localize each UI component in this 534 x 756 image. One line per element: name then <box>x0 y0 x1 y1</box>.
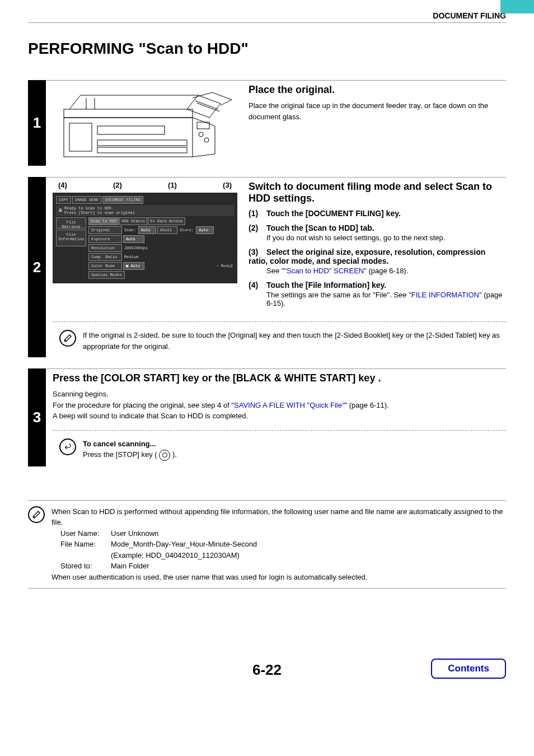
screen-status: 🖶 Ready to scan to HDD.Press [Start] to … <box>56 205 234 216</box>
contents-button[interactable]: Contents <box>431 659 506 679</box>
dashed-separator <box>53 430 506 431</box>
step-1: 1 <box>28 80 506 166</box>
accent-bar <box>500 0 534 13</box>
resolution-value: 200X200dpi <box>123 246 149 250</box>
exposure-button[interactable]: Exposure <box>88 235 122 243</box>
step-2: 2 (4) (2) (1) (3) COPY IMAGE SEND DOCUME… <box>28 177 506 357</box>
machine-illustration <box>53 84 237 162</box>
callout-markers: (4) (2) (1) (3) <box>53 181 237 193</box>
storedto-value: Main Folder <box>111 561 149 572</box>
step-3: 3 Press the [COLOR START] key or the [BL… <box>28 368 506 466</box>
page-title: PERFORMING "Scan to HDD" <box>28 40 506 58</box>
file-information-button[interactable]: File Information <box>56 230 86 246</box>
scan-to-hdd-screen-link[interactable]: "Scan to HDD" SCREEN <box>284 267 364 275</box>
svg-rect-4 <box>69 123 92 151</box>
dashed-separator <box>53 321 506 322</box>
cancel-body: Press the [STOP] key ( ). <box>83 449 177 461</box>
svg-rect-1 <box>64 109 193 118</box>
marker-1: (1) <box>168 181 177 189</box>
scan-auto[interactable]: Auto <box>138 226 156 234</box>
marker-3: (3) <box>223 181 232 189</box>
marker-2: (2) <box>113 181 122 189</box>
step3-line2: For the procedure for placing the origin… <box>53 400 506 411</box>
svg-point-9 <box>204 138 209 142</box>
username-value: User Unknown <box>111 528 158 539</box>
subtab-file-retrieve[interactable]: File Retrieve <box>56 217 86 228</box>
special-modes-button[interactable]: Special Modes <box>88 271 125 279</box>
step2-note: If the original is 2-sided, be sure to t… <box>83 330 506 352</box>
scan-size[interactable]: 8½x11 <box>157 226 177 234</box>
scan-label: Scan: <box>123 228 137 232</box>
step3-heading: Press the [COLOR START] key or the [BLAC… <box>53 372 506 384</box>
step3-line3: A beep will sound to indicate that Scan … <box>53 410 506 422</box>
username-key: User Name: <box>60 528 111 539</box>
resolution-button[interactable]: Resolution <box>88 244 122 252</box>
info-line2: When user authentication is used, the us… <box>51 572 506 583</box>
step-number: 1 <box>28 80 46 166</box>
comp-ratio-button[interactable]: Comp. Ratio <box>88 253 122 261</box>
step1-heading: Place the original. <box>249 84 506 96</box>
step-number: 2 <box>28 177 46 357</box>
marker-4: (4) <box>58 181 67 189</box>
saving-file-link[interactable]: SAVING A FILE WITH "Quick File" <box>234 401 345 409</box>
tab-document-filing[interactable]: DOCUMENT FILING <box>102 196 143 204</box>
svg-rect-5 <box>97 126 165 134</box>
file-information-link[interactable]: FILE INFORMATION <box>411 291 479 299</box>
comp-ratio-value: Medium <box>123 255 139 259</box>
svg-rect-7 <box>97 147 187 153</box>
cancel-title: To cancel scanning... <box>83 438 177 450</box>
pencil-note-icon <box>59 330 76 347</box>
original-button[interactable]: Original <box>88 226 122 234</box>
filename-value: Mode_Month-Day-Year_Hour-Minute-Second <box>111 539 257 550</box>
step3-line1: Scanning begins. <box>53 389 506 400</box>
exposure-value: Auto <box>123 235 144 243</box>
header-rule <box>28 22 506 23</box>
step2-substeps: (1)Touch the [DOCUMENT FILING] key. (2)T… <box>249 209 506 307</box>
back-arrow-icon <box>59 438 76 455</box>
tab-image-send[interactable]: IMAGE SEND <box>72 196 101 204</box>
svg-rect-6 <box>97 140 187 146</box>
info-block: When Scan to HDD is performed without ap… <box>28 500 506 589</box>
info-line1: When Scan to HDD is performed without ap… <box>51 506 506 528</box>
tab-copy[interactable]: COPY <box>56 196 71 204</box>
color-mode-mono: ▫ Mono2 <box>216 264 234 268</box>
touchscreen-panel: COPY IMAGE SEND DOCUMENT FILING 🖶 Ready … <box>53 193 237 283</box>
step2-heading: Switch to document filing mode and selec… <box>249 181 506 204</box>
store-label: Store: <box>179 228 195 232</box>
color-mode-button[interactable]: Color Mode <box>88 262 122 270</box>
filename-key: File Name: <box>60 539 111 550</box>
subtab-hdd-status[interactable]: HDD Status <box>119 217 147 225</box>
step1-body: Place the original face up in the docume… <box>249 100 506 122</box>
subtab-ex-data-access[interactable]: Ex Data Access <box>148 217 185 225</box>
step-number: 3 <box>28 368 46 466</box>
section-header: DOCUMENT FILING <box>28 11 506 20</box>
pencil-note-icon <box>28 506 45 523</box>
store-auto[interactable]: Auto <box>196 226 214 234</box>
color-mode-value: ▦ Auto <box>123 262 144 270</box>
storedto-key: Stored to: <box>60 561 111 572</box>
subtab-scan-to-hdd[interactable]: Scan to HDD <box>88 217 119 225</box>
filename-example: (Example: HDD_04042010_112030AM) <box>111 550 240 561</box>
svg-point-8 <box>199 132 203 137</box>
stop-key-icon <box>159 450 170 461</box>
